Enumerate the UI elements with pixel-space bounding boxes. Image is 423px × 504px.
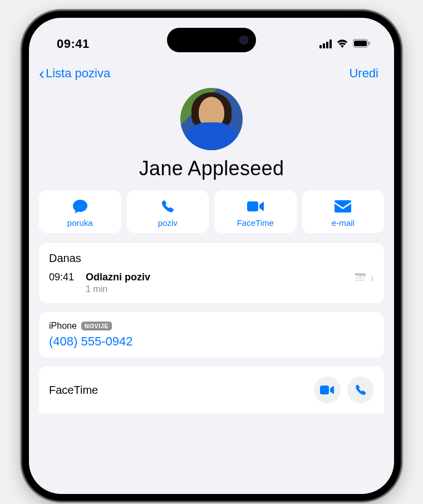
edit-button[interactable]: Uredi	[349, 66, 378, 81]
call-time: 09:41	[49, 271, 79, 283]
email-label: e-mail	[332, 218, 355, 228]
svg-rect-3	[247, 201, 258, 211]
phone-icon	[160, 198, 175, 215]
call-duration: 1 min	[86, 284, 348, 294]
svg-rect-2	[369, 42, 370, 45]
back-label: Lista poziva	[46, 66, 110, 81]
status-time: 09:41	[57, 37, 90, 51]
facetime-row-label: FaceTime	[49, 384, 98, 397]
call-type: Odlazni poziv	[86, 271, 348, 283]
recent-badge: NOVIJE	[81, 322, 112, 330]
call-history-row[interactable]: 09:41 Odlazni poziv 1 min ›	[49, 271, 374, 294]
battery-icon	[353, 37, 371, 51]
facetime-video-button[interactable]	[314, 377, 341, 403]
call-row-accessory: ›	[355, 271, 374, 284]
facetime-card: FaceTime	[39, 367, 384, 413]
facetime-buttons	[314, 377, 374, 403]
chevron-right-icon: ›	[370, 271, 374, 284]
mail-icon	[335, 198, 351, 215]
chevron-left-icon: ‹	[39, 65, 45, 82]
contact-header: Jane Appleseed	[29, 85, 394, 190]
email-button[interactable]: e-mail	[302, 190, 385, 233]
facetime-label: FaceTime	[237, 218, 274, 228]
svg-rect-1	[354, 41, 367, 46]
call-history-card: Danas 09:41 Odlazni poziv 1 min ›	[39, 243, 384, 303]
avatar[interactable]	[180, 88, 243, 150]
action-row: poruka poziv FaceTime e-mail	[29, 190, 394, 243]
phone-number-card[interactable]: iPhone NOVIJE (408) 555-0942	[39, 312, 384, 358]
nav-bar: ‹ Lista poziva Uredi	[29, 57, 394, 85]
tty-icon	[355, 273, 366, 283]
wifi-icon	[336, 37, 348, 51]
phone-frame: 09:41 ‹ Lista poziva Uredi	[22, 11, 401, 501]
front-camera	[239, 36, 248, 45]
dynamic-island	[167, 28, 256, 52]
contact-name: Jane Appleseed	[29, 157, 394, 180]
video-icon	[320, 385, 335, 395]
cellular-signal-icon	[319, 39, 332, 48]
phone-icon	[355, 384, 367, 396]
phone-label: iPhone	[49, 321, 77, 331]
facetime-button[interactable]: FaceTime	[214, 190, 297, 233]
message-icon	[72, 198, 88, 215]
screen: 09:41 ‹ Lista poziva Uredi	[29, 18, 394, 494]
facetime-audio-button[interactable]	[347, 377, 374, 403]
svg-rect-4	[320, 386, 329, 394]
call-info: Odlazni poziv 1 min	[86, 271, 348, 294]
status-indicators	[319, 37, 371, 51]
phone-number: (408) 555-0942	[49, 334, 374, 349]
message-button[interactable]: poruka	[39, 190, 121, 233]
back-button[interactable]: ‹ Lista poziva	[39, 65, 110, 82]
message-label: poruka	[67, 218, 93, 228]
history-header: Danas	[49, 252, 374, 265]
call-button[interactable]: poziv	[127, 190, 209, 233]
call-label: poziv	[158, 218, 178, 228]
phone-label-row: iPhone NOVIJE	[49, 321, 374, 331]
video-icon	[247, 198, 264, 215]
